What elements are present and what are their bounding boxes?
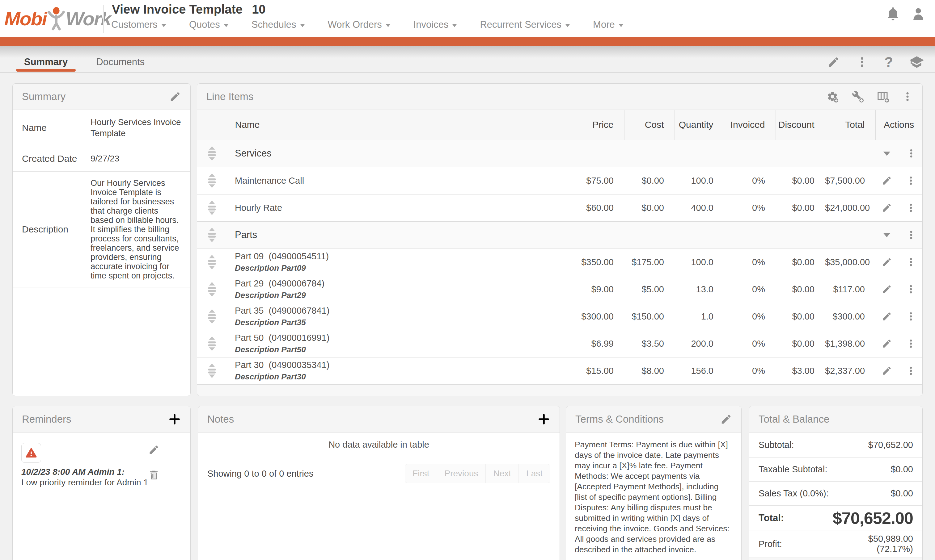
item-description: Description Part50 <box>235 345 575 354</box>
row-kebab-menu-icon[interactable] <box>906 148 916 158</box>
nav-item-schedules[interactable]: Schedules <box>251 19 305 30</box>
cell-price: $300.00 <box>575 303 624 330</box>
cell-total: $2,337.00 <box>825 357 875 385</box>
pagination-next-button[interactable]: Next <box>485 464 518 483</box>
drag-handle-icon[interactable] <box>205 227 218 243</box>
edit-pencil-icon[interactable] <box>827 56 840 68</box>
drag-handle-icon[interactable] <box>205 363 218 379</box>
pagination-first-button[interactable]: First <box>405 464 437 483</box>
totals-value: $70,652.00 <box>868 440 913 450</box>
totals-panel-header: Total & Balance <box>749 406 922 432</box>
row-kebab-menu-icon[interactable] <box>906 284 916 294</box>
col-header-discount: Discount <box>776 110 825 140</box>
drag-handle-icon[interactable] <box>205 335 218 352</box>
cell-quantity: 400.0 <box>674 194 724 222</box>
row-edit-pencil-icon[interactable] <box>881 284 892 294</box>
kebab-menu-icon[interactable] <box>902 91 913 102</box>
nav-item-more[interactable]: More <box>593 19 623 30</box>
col-header-drag <box>197 110 227 140</box>
page: Mobi Work View Invoice Template 10 Custo… <box>0 0 935 560</box>
row-edit-pencil-icon[interactable] <box>881 311 892 322</box>
reminder-edit-pencil-icon[interactable] <box>148 444 159 455</box>
help-icon[interactable]: ? <box>884 56 893 68</box>
table-row: Part 50 (04900016991)Description Part50 … <box>197 330 922 357</box>
cell-invoiced: 0% <box>724 330 776 357</box>
drag-handle-icon[interactable] <box>205 200 218 216</box>
add-service-gear-icon[interactable] <box>826 90 839 103</box>
cell-discount: $0.00 <box>776 194 825 222</box>
row-kebab-menu-icon[interactable] <box>906 203 916 213</box>
row-kebab-menu-icon[interactable] <box>906 366 916 376</box>
pagination-last-button[interactable]: Last <box>518 464 550 483</box>
reminder-delete-trash-icon[interactable] <box>148 469 159 481</box>
summary-panel-title: Summary <box>22 91 65 103</box>
row-kebab-menu-icon[interactable] <box>906 257 916 267</box>
row-kebab-menu-icon[interactable] <box>906 175 916 186</box>
row-edit-pencil-icon[interactable] <box>881 203 892 213</box>
add-reminder-plus-icon[interactable] <box>168 413 181 426</box>
cell-invoiced: 0% <box>724 167 776 194</box>
row-kebab-menu-icon[interactable] <box>906 230 916 240</box>
field-value: 9/27/23 <box>91 151 181 167</box>
item-description: Description Part30 <box>235 372 575 382</box>
cell-total: $35,000.00 <box>825 249 875 276</box>
nav-item-quotes[interactable]: Quotes <box>189 19 228 30</box>
cell-price: $350.00 <box>575 249 624 276</box>
tab-documents[interactable]: Documents <box>88 52 153 72</box>
col-header-name: Name <box>227 110 575 140</box>
mobiwork-logo[interactable]: Mobi Work <box>4 3 111 35</box>
drag-handle-icon[interactable] <box>205 254 218 270</box>
cell-discount: $0.00 <box>776 249 825 276</box>
tutorials-graduation-cap-icon[interactable] <box>909 54 924 70</box>
terms-panel: Terms & Conditions Payment Terms: Paymen… <box>566 406 742 560</box>
edit-pencil-icon[interactable] <box>720 413 732 425</box>
row-kebab-menu-icon[interactable] <box>906 311 916 322</box>
nav-item-invoices[interactable]: Invoices <box>413 19 457 30</box>
reminders-panel-header: Reminders <box>13 406 190 432</box>
nav-item-recurrent-services[interactable]: Recurrent Services <box>480 19 570 30</box>
nav-item-work-orders[interactable]: Work Orders <box>328 19 390 30</box>
nav-item-customers[interactable]: Customers <box>111 19 166 30</box>
add-part-tools-icon[interactable] <box>851 90 864 103</box>
page-title-text: View Invoice Template <box>112 3 242 16</box>
line-items-table: Name Price Cost Quantity Invoiced Discou… <box>197 110 922 385</box>
row-edit-pencil-icon[interactable] <box>881 338 892 349</box>
page-title: View Invoice Template 10 <box>112 3 266 16</box>
group-row-parts: Parts <box>197 222 922 249</box>
row-edit-pencil-icon[interactable] <box>881 366 892 376</box>
row-edit-pencil-icon[interactable] <box>881 257 892 267</box>
chevron-down-icon <box>300 24 305 27</box>
totals-bottom-strip <box>749 558 922 560</box>
user-account-icon[interactable] <box>911 7 926 22</box>
row-kebab-menu-icon[interactable] <box>906 338 916 349</box>
drag-handle-icon[interactable] <box>205 281 218 297</box>
cell-total: $7,500.00 <box>825 167 875 194</box>
cell-quantity: 1.0 <box>674 303 724 330</box>
cell-price: $15.00 <box>575 357 624 385</box>
add-note-plus-icon[interactable] <box>537 413 550 426</box>
line-items-panel-header: Line Items <box>197 84 922 110</box>
reminders-panel-title: Reminders <box>22 413 71 425</box>
row-edit-pencil-icon[interactable] <box>881 175 892 186</box>
edit-pencil-icon[interactable] <box>169 91 181 103</box>
accent-bar <box>0 37 935 46</box>
col-header-invoiced: Invoiced <box>724 110 776 140</box>
chevron-down-icon <box>565 24 570 27</box>
col-header-actions: Actions <box>875 110 922 140</box>
notifications-bell-icon[interactable] <box>886 7 900 22</box>
cell-quantity: 156.0 <box>674 357 724 385</box>
cell-quantity: 200.0 <box>674 330 724 357</box>
drag-handle-icon[interactable] <box>205 172 218 189</box>
field-label: Created Date <box>22 154 91 164</box>
collapse-group-icon[interactable] <box>881 148 892 159</box>
drag-handle-icon[interactable] <box>205 308 218 325</box>
drag-handle-icon[interactable] <box>205 145 218 162</box>
collapse-group-icon[interactable] <box>881 229 892 240</box>
cell-cost: $8.00 <box>624 357 674 385</box>
kebab-menu-icon[interactable] <box>856 56 868 68</box>
tab-summary[interactable]: Summary <box>16 52 76 72</box>
pagination-previous-button[interactable]: Previous <box>437 464 486 483</box>
add-column-icon[interactable] <box>876 90 890 103</box>
cell-total: $24,000.00 <box>825 194 875 222</box>
app-header: Mobi Work View Invoice Template 10 Custo… <box>0 0 935 37</box>
